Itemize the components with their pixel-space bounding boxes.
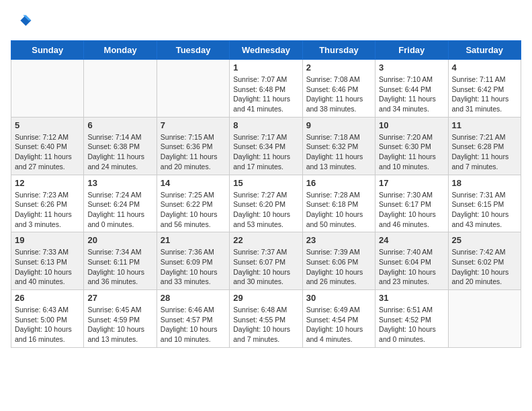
day-info: Sunrise: 6:45 AM Sunset: 4:59 PM Dayligh… <box>87 305 152 345</box>
day-number: 30 <box>306 293 371 303</box>
week-row-3: 12Sunrise: 7:23 AM Sunset: 6:26 PM Dayli… <box>11 175 521 232</box>
day-number: 27 <box>87 293 152 303</box>
day-info: Sunrise: 7:21 AM Sunset: 6:28 PM Dayligh… <box>452 132 517 172</box>
calendar-cell: 22Sunrise: 7:37 AM Sunset: 6:07 PM Dayli… <box>230 232 302 290</box>
day-info: Sunrise: 7:11 AM Sunset: 6:42 PM Dayligh… <box>452 75 517 114</box>
calendar-cell: 15Sunrise: 7:27 AM Sunset: 6:20 PM Dayli… <box>230 175 302 232</box>
day-number: 22 <box>233 235 298 245</box>
day-info: Sunrise: 7:33 AM Sunset: 6:13 PM Dayligh… <box>15 247 80 287</box>
calendar-cell: 3Sunrise: 7:10 AM Sunset: 6:44 PM Daylig… <box>375 60 448 118</box>
day-info: Sunrise: 7:37 AM Sunset: 6:07 PM Dayligh… <box>233 247 298 287</box>
day-header-monday: Monday <box>84 41 157 60</box>
day-info: Sunrise: 7:20 AM Sunset: 6:30 PM Dayligh… <box>379 132 444 172</box>
day-number: 13 <box>87 178 152 188</box>
day-info: Sunrise: 7:15 AM Sunset: 6:36 PM Dayligh… <box>161 132 226 172</box>
day-number: 11 <box>452 120 517 130</box>
day-info: Sunrise: 6:46 AM Sunset: 4:57 PM Dayligh… <box>161 305 226 345</box>
calendar-cell: 5Sunrise: 7:12 AM Sunset: 6:40 PM Daylig… <box>11 117 84 175</box>
day-info: Sunrise: 7:30 AM Sunset: 6:17 PM Dayligh… <box>379 190 444 230</box>
calendar-cell: 20Sunrise: 7:34 AM Sunset: 6:11 PM Dayli… <box>84 232 157 290</box>
calendar-cell: 25Sunrise: 7:42 AM Sunset: 6:02 PM Dayli… <box>448 232 521 290</box>
day-info: Sunrise: 6:51 AM Sunset: 4:52 PM Dayligh… <box>379 305 444 345</box>
calendar-cell: 16Sunrise: 7:28 AM Sunset: 6:18 PM Dayli… <box>302 175 375 232</box>
calendar-cell: 24Sunrise: 7:40 AM Sunset: 6:04 PM Dayli… <box>375 232 448 290</box>
day-number: 12 <box>15 178 80 188</box>
calendar-cell: 29Sunrise: 6:48 AM Sunset: 4:55 PM Dayli… <box>230 290 302 348</box>
calendar-cell: 18Sunrise: 7:31 AM Sunset: 6:15 PM Dayli… <box>448 175 521 232</box>
week-row-1: 1Sunrise: 7:07 AM Sunset: 6:48 PM Daylig… <box>11 60 521 118</box>
week-row-2: 5Sunrise: 7:12 AM Sunset: 6:40 PM Daylig… <box>11 117 521 175</box>
day-number: 23 <box>306 235 371 245</box>
day-info: Sunrise: 6:49 AM Sunset: 4:54 PM Dayligh… <box>306 305 371 345</box>
day-info: Sunrise: 7:18 AM Sunset: 6:32 PM Dayligh… <box>306 132 371 172</box>
day-info: Sunrise: 7:07 AM Sunset: 6:48 PM Dayligh… <box>233 75 298 114</box>
day-number: 25 <box>452 235 517 245</box>
day-number: 20 <box>87 235 152 245</box>
day-number: 1 <box>233 62 298 73</box>
day-number: 31 <box>379 293 444 303</box>
calendar-cell: 17Sunrise: 7:30 AM Sunset: 6:17 PM Dayli… <box>375 175 448 232</box>
day-number: 16 <box>306 178 371 188</box>
day-number: 8 <box>233 120 298 130</box>
day-number: 17 <box>379 178 444 188</box>
day-info: Sunrise: 7:39 AM Sunset: 6:06 PM Dayligh… <box>306 247 371 287</box>
day-header-friday: Friday <box>375 41 448 60</box>
calendar-cell: 6Sunrise: 7:14 AM Sunset: 6:38 PM Daylig… <box>84 117 157 175</box>
calendar-cell: 31Sunrise: 6:51 AM Sunset: 4:52 PM Dayli… <box>375 290 448 348</box>
logo <box>11 11 35 32</box>
day-header-tuesday: Tuesday <box>157 41 229 60</box>
day-info: Sunrise: 7:10 AM Sunset: 6:44 PM Dayligh… <box>379 75 444 114</box>
calendar-cell: 4Sunrise: 7:11 AM Sunset: 6:42 PM Daylig… <box>448 60 521 118</box>
calendar-cell: 21Sunrise: 7:36 AM Sunset: 6:09 PM Dayli… <box>157 232 229 290</box>
calendar-table: SundayMondayTuesdayWednesdayThursdayFrid… <box>11 40 521 348</box>
day-number: 4 <box>452 62 517 73</box>
calendar-cell: 28Sunrise: 6:46 AM Sunset: 4:57 PM Dayli… <box>157 290 229 348</box>
calendar-cell: 10Sunrise: 7:20 AM Sunset: 6:30 PM Dayli… <box>375 117 448 175</box>
week-row-5: 26Sunrise: 6:43 AM Sunset: 5:00 PM Dayli… <box>11 290 521 348</box>
calendar-cell <box>11 60 84 118</box>
calendar-cell: 14Sunrise: 7:25 AM Sunset: 6:22 PM Dayli… <box>157 175 229 232</box>
day-number: 14 <box>161 178 226 188</box>
day-number: 19 <box>15 235 80 245</box>
calendar-cell <box>448 290 521 348</box>
day-number: 28 <box>161 293 226 303</box>
logo-icon <box>11 11 32 32</box>
day-number: 9 <box>306 120 371 130</box>
day-number: 15 <box>233 178 298 188</box>
day-number: 29 <box>233 293 298 303</box>
day-info: Sunrise: 7:36 AM Sunset: 6:09 PM Dayligh… <box>161 247 226 287</box>
calendar-header-row: SundayMondayTuesdayWednesdayThursdayFrid… <box>11 41 521 60</box>
day-info: Sunrise: 7:25 AM Sunset: 6:22 PM Dayligh… <box>161 190 226 230</box>
day-header-sunday: Sunday <box>11 41 84 60</box>
day-info: Sunrise: 7:14 AM Sunset: 6:38 PM Dayligh… <box>87 132 152 172</box>
day-number: 3 <box>379 62 444 73</box>
calendar-cell: 27Sunrise: 6:45 AM Sunset: 4:59 PM Dayli… <box>84 290 157 348</box>
page-header <box>11 11 521 32</box>
calendar-cell: 23Sunrise: 7:39 AM Sunset: 6:06 PM Dayli… <box>302 232 375 290</box>
day-number: 6 <box>87 120 152 130</box>
calendar-cell: 9Sunrise: 7:18 AM Sunset: 6:32 PM Daylig… <box>302 117 375 175</box>
day-number: 18 <box>452 178 517 188</box>
calendar-cell: 19Sunrise: 7:33 AM Sunset: 6:13 PM Dayli… <box>11 232 84 290</box>
day-info: Sunrise: 7:12 AM Sunset: 6:40 PM Dayligh… <box>15 132 80 172</box>
day-info: Sunrise: 7:40 AM Sunset: 6:04 PM Dayligh… <box>379 247 444 287</box>
day-number: 26 <box>15 293 80 303</box>
day-info: Sunrise: 7:31 AM Sunset: 6:15 PM Dayligh… <box>452 190 517 230</box>
day-info: Sunrise: 6:43 AM Sunset: 5:00 PM Dayligh… <box>15 305 80 345</box>
day-number: 24 <box>379 235 444 245</box>
calendar-cell: 13Sunrise: 7:24 AM Sunset: 6:24 PM Dayli… <box>84 175 157 232</box>
day-number: 10 <box>379 120 444 130</box>
day-info: Sunrise: 7:28 AM Sunset: 6:18 PM Dayligh… <box>306 190 371 230</box>
calendar-cell: 11Sunrise: 7:21 AM Sunset: 6:28 PM Dayli… <box>448 117 521 175</box>
day-number: 5 <box>15 120 80 130</box>
calendar-cell: 7Sunrise: 7:15 AM Sunset: 6:36 PM Daylig… <box>157 117 229 175</box>
calendar-cell <box>157 60 229 118</box>
day-info: Sunrise: 7:34 AM Sunset: 6:11 PM Dayligh… <box>87 247 152 287</box>
calendar-cell: 30Sunrise: 6:49 AM Sunset: 4:54 PM Dayli… <box>302 290 375 348</box>
calendar-cell: 12Sunrise: 7:23 AM Sunset: 6:26 PM Dayli… <box>11 175 84 232</box>
day-info: Sunrise: 7:08 AM Sunset: 6:46 PM Dayligh… <box>306 75 371 114</box>
day-number: 21 <box>161 235 226 245</box>
day-number: 2 <box>306 62 371 73</box>
calendar-cell: 1Sunrise: 7:07 AM Sunset: 6:48 PM Daylig… <box>230 60 302 118</box>
day-number: 7 <box>161 120 226 130</box>
